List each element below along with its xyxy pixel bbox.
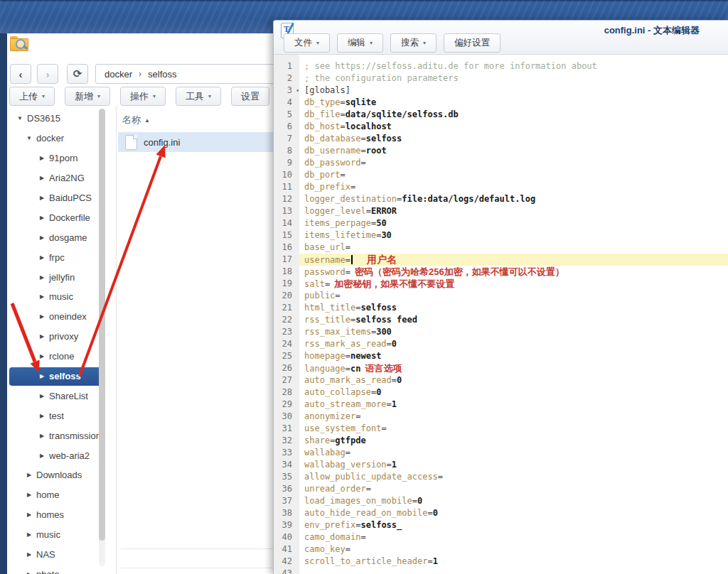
fold-caret-icon[interactable]: ▾ — [296, 85, 299, 97]
editor-line[interactable]: 3▾[globals] — [274, 85, 728, 97]
code-line[interactable]: scroll_to_article_header=1 — [299, 556, 728, 568]
editor-menu-偏好设置[interactable]: 偏好设置 — [444, 33, 500, 53]
code-line[interactable]: db_username=root — [299, 145, 728, 157]
editor-line[interactable]: 10db_port= — [274, 169, 728, 181]
toolbar-button-上传[interactable]: 上传▾ — [9, 87, 55, 106]
editor-line[interactable]: 32share=gtfpde — [274, 435, 728, 447]
code-line[interactable]: password=密码（密码为哈希256加密，如果不懂可以不设置） — [299, 266, 728, 278]
code-line[interactable]: wallabag= — [299, 447, 728, 459]
editor-line[interactable]: 25homepage=newest — [274, 350, 728, 362]
editor-line[interactable]: 22rss_title=selfoss feed — [274, 314, 728, 326]
editor-line[interactable]: 20public= — [274, 290, 728, 302]
code-line[interactable]: db_type=sqlite — [299, 97, 728, 109]
editor-line[interactable]: 36unread_order= — [274, 483, 728, 495]
editor-content[interactable]: 1; see https://selfoss.aditu.de for more… — [274, 55, 728, 574]
tree-scrollbar-thumb[interactable] — [99, 109, 105, 541]
breadcrumb-item-selfoss[interactable]: selfoss — [148, 69, 176, 80]
tree-scrollbar[interactable] — [99, 109, 105, 566]
editor-line[interactable]: 35allow_public_update_access= — [274, 471, 728, 483]
code-line[interactable]: html_title=selfoss — [299, 302, 728, 314]
code-line[interactable]: use_system_font= — [299, 423, 728, 435]
code-line[interactable]: camo_key= — [299, 543, 728, 556]
code-line[interactable]: wallabag_version=1 — [299, 459, 728, 471]
editor-menu-文件[interactable]: 文件▾ — [284, 33, 330, 53]
code-line[interactable]: auto_collapse=0 — [299, 386, 728, 399]
editor-line[interactable]: 23rss_max_items=300 — [274, 326, 728, 338]
code-line[interactable]: ; the configuration parameters — [299, 72, 728, 85]
code-line[interactable]: username=用户名 — [299, 254, 728, 266]
editor-line[interactable]: 4db_type=sqlite — [274, 97, 728, 109]
editor-line[interactable]: 16base_url= — [274, 242, 728, 254]
code-line[interactable]: public= — [299, 290, 728, 302]
code-line[interactable]: items_perpage=50 — [299, 217, 728, 229]
editor-line[interactable]: 5db_file=data/sqlite/selfoss.db — [274, 109, 728, 121]
toolbar-button-工具[interactable]: 工具▾ — [176, 87, 221, 106]
code-line[interactable]: camo_domain= — [299, 531, 728, 543]
editor-line[interactable]: 7db_database=selfoss — [274, 133, 728, 145]
sidebar-item-photo[interactable]: ▶photo — [7, 564, 115, 574]
code-line[interactable]: ; see https://selfoss.aditu.de for more … — [299, 60, 728, 72]
code-line[interactable]: items_lifetime=30 — [299, 229, 728, 242]
editor-menu-搜索[interactable]: 搜索▾ — [390, 33, 437, 53]
editor-line[interactable]: 28auto_collapse=0 — [274, 386, 728, 399]
editor-line[interactable]: 18password=密码（密码为哈希256加密，如果不懂可以不设置） — [274, 266, 728, 278]
code-line[interactable]: anonymizer= — [299, 411, 728, 423]
editor-line[interactable]: 40camo_domain= — [274, 531, 728, 543]
editor-line[interactable]: 31use_system_font= — [274, 423, 728, 435]
code-line[interactable]: db_port= — [299, 169, 728, 181]
code-line[interactable]: auto_hide_read_on_mobile=0 — [299, 507, 728, 519]
code-line[interactable]: rss_max_items=300 — [299, 326, 728, 338]
code-line[interactable]: db_file=data/sqlite/selfoss.db — [299, 109, 728, 121]
editor-line[interactable]: 15items_lifetime=30 — [274, 229, 728, 242]
code-line[interactable]: salt=加密秘钥，如果不懂不要设置 — [299, 278, 728, 290]
editor-line[interactable]: 29auto_stream_more=1 — [274, 399, 728, 411]
code-line[interactable]: homepage=newest — [299, 350, 728, 362]
forward-button[interactable]: › — [37, 64, 58, 84]
sidebar-item-selfoss[interactable]: ▶selfoss — [9, 367, 105, 386]
file-list-header-name[interactable]: 名称 ▲ — [122, 114, 150, 126]
editor-line[interactable]: 26language=cn语言选项 — [274, 362, 728, 374]
code-line[interactable]: rss_title=selfoss feed — [299, 314, 728, 326]
code-line[interactable]: logger_level=ERROR — [299, 205, 728, 217]
code-line[interactable]: logger_destination=file:data/logs/defaul… — [299, 193, 728, 205]
toolbar-button-新增[interactable]: 新增▾ — [65, 87, 110, 106]
code-line[interactable]: auto_stream_more=1 — [299, 399, 728, 411]
code-line[interactable]: rss_mark_as_read=0 — [299, 338, 728, 350]
back-button[interactable]: ‹ — [10, 64, 31, 84]
editor-line[interactable]: 11db_prefix= — [274, 181, 728, 193]
editor-line[interactable]: 34wallabag_version=1 — [274, 459, 728, 471]
editor-line[interactable]: 38auto_hide_read_on_mobile=0 — [274, 507, 728, 519]
editor-line[interactable]: 8db_username=root — [274, 145, 728, 157]
editor-line[interactable]: 14items_perpage=50 — [274, 217, 728, 229]
file-row-config-ini[interactable]: config.ini — [118, 132, 273, 152]
editor-line[interactable]: 2; the configuration parameters — [274, 72, 728, 85]
code-line[interactable]: [globals] — [299, 85, 728, 97]
breadcrumb-item-docker[interactable]: docker — [105, 69, 132, 80]
editor-line[interactable]: 39env_prefix=selfoss_ — [274, 519, 728, 531]
code-line[interactable]: share=gtfpde — [299, 435, 728, 447]
editor-line[interactable]: 42scroll_to_article_header=1 — [274, 556, 728, 568]
code-line[interactable]: load_images_on_mobile=0 — [299, 495, 728, 507]
toolbar-button-设置[interactable]: 设置 — [231, 87, 269, 106]
toolbar-button-操作[interactable]: 操作▾ — [120, 87, 166, 106]
editor-line[interactable]: 24rss_mark_as_read=0 — [274, 338, 728, 350]
editor-line[interactable]: 17username=用户名 — [274, 254, 728, 266]
editor-line[interactable]: 6db_host=localhost — [274, 121, 728, 133]
editor-line[interactable]: 37load_images_on_mobile=0 — [274, 495, 728, 507]
editor-line[interactable]: 12logger_destination=file:data/logs/defa… — [274, 193, 728, 205]
code-line[interactable]: db_password= — [299, 157, 728, 169]
editor-line[interactable]: 9db_password= — [274, 157, 728, 169]
editor-line[interactable]: 43 — [274, 568, 728, 574]
editor-line[interactable]: 19salt=加密秘钥，如果不懂不要设置 — [274, 278, 728, 290]
editor-line[interactable]: 21html_title=selfoss — [274, 302, 728, 314]
code-line[interactable]: language=cn语言选项 — [299, 362, 728, 374]
code-line[interactable]: db_database=selfoss — [299, 133, 728, 145]
code-line[interactable]: db_prefix= — [299, 181, 728, 193]
editor-menu-编辑[interactable]: 编辑▾ — [337, 33, 383, 53]
refresh-button[interactable]: ⟳ — [67, 64, 88, 84]
code-line[interactable]: unread_order= — [299, 483, 728, 495]
editor-line[interactable]: 41camo_key= — [274, 543, 728, 556]
editor-line[interactable]: 13logger_level=ERROR — [274, 205, 728, 217]
code-line[interactable]: allow_public_update_access= — [299, 471, 728, 483]
editor-line[interactable]: 1; see https://selfoss.aditu.de for more… — [274, 60, 728, 72]
